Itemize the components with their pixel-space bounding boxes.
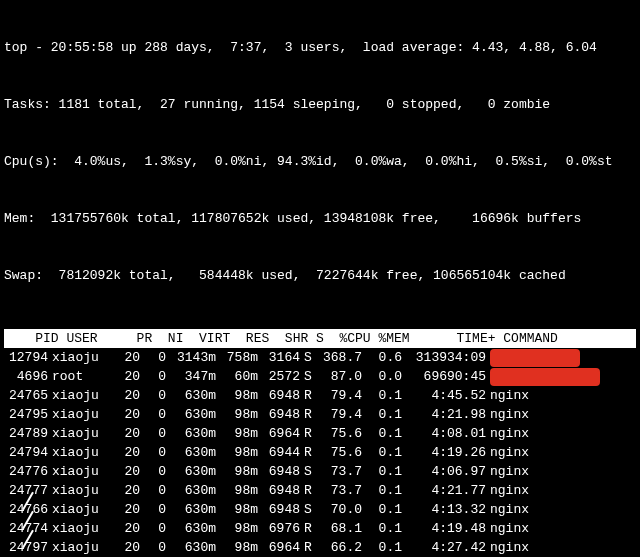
redacted-command	[490, 371, 600, 383]
cell-time: 4:45.52	[404, 386, 488, 405]
cell-s: S	[302, 348, 318, 367]
cell-cmd: nginx	[488, 481, 612, 500]
cell-user: xiaoju	[50, 519, 112, 538]
cell-cpu: 79.4	[318, 386, 364, 405]
cell-mem: 0.0	[364, 367, 404, 386]
cell-cmd: nginx	[488, 538, 612, 557]
cell-s: R	[302, 481, 318, 500]
cell-mem: 0.1	[364, 462, 404, 481]
cell-mem: 0.1	[364, 443, 404, 462]
cell-s: R	[302, 424, 318, 443]
cell-ni: 0	[142, 348, 168, 367]
cell-cpu: 75.6	[318, 424, 364, 443]
cell-pr: 20	[112, 386, 142, 405]
cell-res: 98m	[218, 386, 260, 405]
cell-shr: 6964	[260, 424, 302, 443]
cell-cpu: 70.0	[318, 500, 364, 519]
table-row: 12794xiaoju2003143m758m3164S368.70.63139…	[4, 348, 612, 367]
cell-shr: 6948	[260, 481, 302, 500]
cell-time: 4:13.32	[404, 500, 488, 519]
cell-user: xiaoju	[50, 348, 112, 367]
cell-time: 4:27.42	[404, 538, 488, 557]
cell-mem: 0.1	[364, 386, 404, 405]
cell-shr: 6948	[260, 405, 302, 424]
cell-virt: 630m	[168, 462, 218, 481]
cell-cpu: 66.2	[318, 538, 364, 557]
table-row: 24765xiaoju200630m98m6948R79.40.14:45.52…	[4, 386, 612, 405]
cell-user: xiaoju	[50, 538, 112, 557]
cell-res: 98m	[218, 462, 260, 481]
cell-mem: 0.1	[364, 519, 404, 538]
cell-user: root	[50, 367, 112, 386]
cell-cmd: nginx	[488, 405, 612, 424]
process-table: 12794xiaoju2003143m758m3164S368.70.63139…	[4, 348, 612, 557]
cell-shr: 6964	[260, 538, 302, 557]
table-row: 24794xiaoju200630m98m6944R75.60.14:19.26…	[4, 443, 612, 462]
table-row: 24774xiaoju200630m98m6976R68.10.14:19.48…	[4, 519, 612, 538]
cell-res: 98m	[218, 500, 260, 519]
cell-pr: 20	[112, 424, 142, 443]
cell-ni: 0	[142, 443, 168, 462]
cell-virt: 630m	[168, 538, 218, 557]
redacted-command	[490, 352, 580, 364]
cell-res: 98m	[218, 519, 260, 538]
cell-cmd: nginx	[488, 519, 612, 538]
cell-virt: 630m	[168, 519, 218, 538]
cell-res: 758m	[218, 348, 260, 367]
column-header-bar: PID USER PR NI VIRT RES SHR S %CPU %MEM …	[4, 329, 636, 348]
cell-s: R	[302, 386, 318, 405]
cell-cmd: nginx	[488, 500, 612, 519]
cell-res: 98m	[218, 405, 260, 424]
cell-time: 69690:45	[404, 367, 488, 386]
cell-pid: 24794	[4, 443, 50, 462]
cell-pr: 20	[112, 538, 142, 557]
cell-res: 98m	[218, 538, 260, 557]
cell-s: S	[302, 500, 318, 519]
cell-cpu: 75.6	[318, 443, 364, 462]
top-summary: top - 20:55:58 up 288 days, 7:37, 3 user…	[4, 0, 636, 323]
cell-time: 4:19.26	[404, 443, 488, 462]
cell-mem: 0.1	[364, 500, 404, 519]
cell-ni: 0	[142, 500, 168, 519]
cell-shr: 6948	[260, 500, 302, 519]
cell-cpu: 73.7	[318, 462, 364, 481]
cell-virt: 3143m	[168, 348, 218, 367]
cell-s: R	[302, 538, 318, 557]
table-row: 24795xiaoju200630m98m6948R79.40.14:21.98…	[4, 405, 612, 424]
cell-res: 98m	[218, 443, 260, 462]
summary-uptime: top - 20:55:58 up 288 days, 7:37, 3 user…	[4, 38, 636, 57]
cell-pid: 24789	[4, 424, 50, 443]
cell-virt: 630m	[168, 481, 218, 500]
cell-shr: 6976	[260, 519, 302, 538]
cell-pid: 4696	[4, 367, 50, 386]
cell-shr: 6944	[260, 443, 302, 462]
cell-cpu: 87.0	[318, 367, 364, 386]
cell-time: 4:06.97	[404, 462, 488, 481]
cell-time: 313934:09	[404, 348, 488, 367]
cell-pr: 20	[112, 519, 142, 538]
cell-time: 4:21.77	[404, 481, 488, 500]
cell-mem: 0.1	[364, 538, 404, 557]
table-row: 24766xiaoju200630m98m6948S70.00.14:13.32…	[4, 500, 612, 519]
summary-mem: Mem: 131755760k total, 117807652k used, …	[4, 209, 636, 228]
cell-s: S	[302, 462, 318, 481]
cell-user: xiaoju	[50, 424, 112, 443]
cell-ni: 0	[142, 462, 168, 481]
table-row: 24797xiaoju200630m98m6964R66.20.14:27.42…	[4, 538, 612, 557]
cell-pid: 24777	[4, 481, 50, 500]
cell-cpu: 368.7	[318, 348, 364, 367]
table-row: 24789xiaoju200630m98m6964R75.60.14:08.01…	[4, 424, 612, 443]
cell-pr: 20	[112, 367, 142, 386]
cell-cmd: nginx	[488, 443, 612, 462]
cell-s: R	[302, 443, 318, 462]
cell-res: 98m	[218, 424, 260, 443]
cell-mem: 0.1	[364, 405, 404, 424]
cell-virt: 630m	[168, 424, 218, 443]
cell-mem: 0.1	[364, 424, 404, 443]
table-row: 24776xiaoju200630m98m6948S73.70.14:06.97…	[4, 462, 612, 481]
summary-tasks: Tasks: 1181 total, 27 running, 1154 slee…	[4, 95, 636, 114]
cell-cmd: nginx	[488, 462, 612, 481]
cell-pr: 20	[112, 443, 142, 462]
cell-user: xiaoju	[50, 443, 112, 462]
cell-user: xiaoju	[50, 462, 112, 481]
